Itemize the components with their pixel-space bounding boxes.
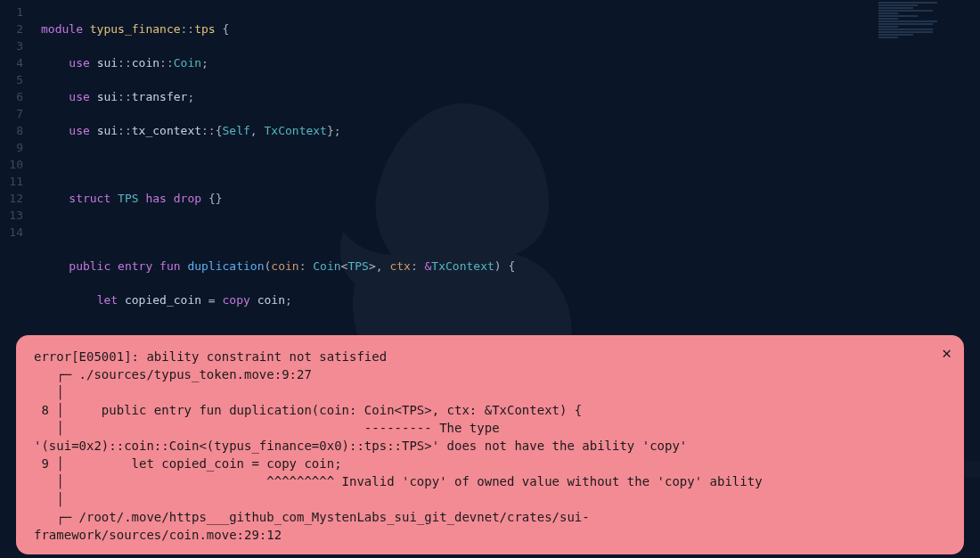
- error-path: ┌─ /root/.move/https___github_com_Mysten…: [34, 510, 590, 524]
- close-icon[interactable]: ✕: [942, 344, 951, 362]
- line-number: 4: [0, 54, 23, 71]
- line-number: 10: [0, 156, 23, 173]
- error-path: ┌─ ./sources/typus_token.move:9:27: [34, 367, 312, 382]
- error-line-9: 9 │ let copied_coin = copy coin;: [34, 456, 342, 471]
- line-number: 12: [0, 190, 23, 207]
- error-panel: ✕ error[E05001]: ability constraint not …: [16, 335, 964, 554]
- line-number: 13: [0, 207, 23, 224]
- line-number: 14: [0, 224, 23, 241]
- error-path: framework/sources/coin.move:29:12: [34, 528, 282, 542]
- line-number: 6: [0, 88, 23, 105]
- error-header: error[E05001]: ability constraint not sa…: [34, 349, 387, 364]
- line-number: 2: [0, 21, 23, 37]
- line-number: 3: [0, 37, 23, 54]
- line-number: 7: [0, 105, 23, 122]
- error-annotation: │ ^^^^^^^^^ Invalid 'copy' of owned valu…: [34, 474, 763, 488]
- line-number: 1: [0, 4, 23, 21]
- error-line-8: 8 │ public entry fun duplication(coin: C…: [34, 403, 582, 417]
- line-number: 8: [0, 122, 23, 139]
- line-number: 9: [0, 139, 23, 156]
- line-number: 5: [0, 71, 23, 88]
- error-content: error[E05001]: ability constraint not sa…: [34, 348, 946, 544]
- error-annotation: │ --------- The type: [34, 421, 500, 435]
- line-number: 11: [0, 173, 23, 190]
- error-type-msg: '(sui=0x2)::coin::Coin<(typus_finance=0x…: [34, 439, 687, 453]
